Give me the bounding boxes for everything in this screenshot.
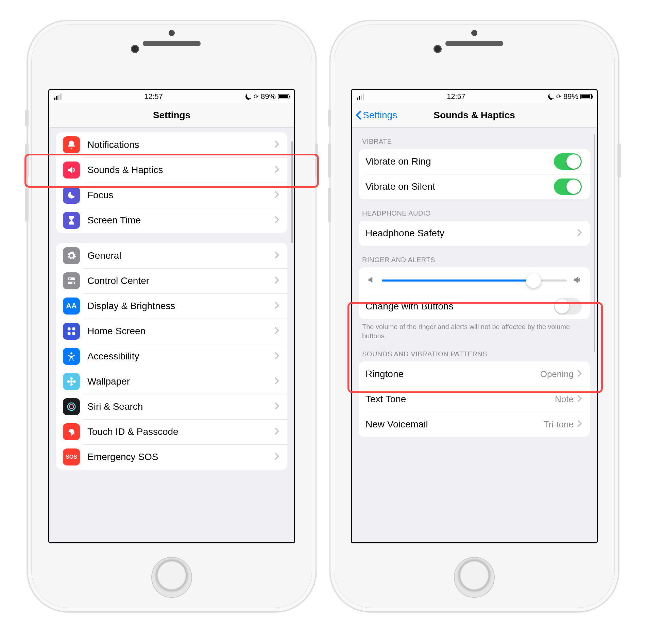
slider-fill (382, 279, 533, 282)
row-ringer-volume-slider[interactable] (359, 267, 590, 294)
svg-rect-6 (68, 332, 71, 335)
row-general[interactable]: General (56, 243, 287, 268)
row-text-tone[interactable]: Text Tone Note (359, 387, 590, 412)
svg-point-10 (70, 377, 73, 380)
volume-up-button[interactable] (328, 143, 331, 177)
status-time: 12:57 (447, 92, 465, 101)
toggle-vibrate-silent[interactable] (554, 179, 582, 195)
volume-slider[interactable] (382, 279, 567, 282)
row-wallpaper[interactable]: Wallpaper (56, 369, 287, 394)
chevron-right-icon (577, 369, 582, 379)
row-screen-time[interactable]: Screen Time (56, 208, 287, 233)
row-home-screen[interactable]: Home Screen (56, 319, 287, 344)
chevron-right-icon (274, 216, 279, 225)
power-button[interactable] (315, 143, 318, 177)
row-label: Emergency SOS (87, 452, 274, 462)
svg-point-13 (73, 380, 76, 383)
row-control-center[interactable]: Control Center (56, 268, 287, 293)
header-ringer-alerts: RINGER AND ALERTS (352, 246, 597, 267)
row-label: Sounds & Haptics (87, 165, 274, 175)
slider-thumb[interactable] (526, 273, 541, 288)
header-vibrate: VIBRATE (352, 128, 597, 149)
svg-point-8 (70, 352, 72, 354)
row-emergency-sos[interactable]: SOS Emergency SOS (56, 444, 287, 470)
chevron-right-icon (274, 190, 279, 200)
toggles-icon (63, 272, 80, 289)
aa-icon: AA (63, 298, 80, 315)
chevron-right-icon (274, 402, 279, 411)
group-vibrate: Vibrate on Ring Vibrate on Silent (359, 149, 590, 199)
do-not-disturb-icon (547, 92, 555, 100)
home-button[interactable] (454, 557, 495, 598)
back-button[interactable]: Settings (355, 110, 397, 121)
group-headphone: Headphone Safety (359, 221, 590, 246)
row-accessibility[interactable]: Accessibility (56, 344, 287, 369)
scrollbar[interactable] (594, 134, 595, 352)
screen-right: 12:57 ⟳ 89% Settings Sounds & Haptics VI… (351, 89, 598, 543)
row-notifications[interactable]: Notifications (56, 132, 287, 157)
row-ringtone[interactable]: Ringtone Opening (359, 361, 590, 387)
volume-high-icon (572, 275, 582, 286)
svg-point-11 (70, 383, 73, 386)
mute-switch[interactable] (25, 109, 29, 126)
chevron-right-icon (274, 251, 279, 260)
sounds-settings-list[interactable]: VIBRATE Vibrate on Ring Vibrate on Silen… (352, 128, 597, 542)
row-display-brightness[interactable]: AA Display & Brightness (56, 293, 287, 319)
row-label: Control Center (87, 275, 274, 286)
chevron-right-icon (274, 140, 279, 150)
battery-icon (580, 94, 592, 99)
row-vibrate-on-silent[interactable]: Vibrate on Silent (359, 174, 590, 199)
volume-down-button[interactable] (25, 188, 29, 222)
row-label: Change with Buttons (366, 301, 554, 312)
moon-icon (63, 187, 80, 204)
row-sounds-haptics[interactable]: Sounds & Haptics (56, 157, 287, 183)
home-button[interactable] (151, 557, 192, 598)
row-focus[interactable]: Focus (56, 183, 287, 208)
status-bar: 12:57 ⟳ 89% (352, 90, 597, 103)
grid-icon (63, 323, 80, 340)
settings-list[interactable]: Notifications Sounds & Haptics Focus (49, 128, 294, 542)
row-headphone-safety[interactable]: Headphone Safety (359, 221, 590, 246)
row-value: Tri-tone (543, 419, 574, 430)
row-label: Notifications (87, 139, 274, 150)
volume-down-button[interactable] (328, 188, 331, 222)
row-label: Vibrate on Silent (366, 181, 554, 192)
hourglass-icon (63, 212, 80, 229)
phone-left: 12:57 ⟳ 89% Settings Notifications (27, 20, 316, 612)
row-label: Headphone Safety (366, 228, 577, 239)
chevron-right-icon (274, 352, 279, 361)
toggle-change-with-buttons[interactable] (554, 298, 582, 315)
nav-bar: Settings Sounds & Haptics (352, 103, 597, 128)
header-headphone-audio: HEADPHONE AUDIO (352, 199, 597, 221)
row-touchid-passcode[interactable]: Touch ID & Passcode (56, 419, 287, 444)
settings-group-2: General Control Center AA Display & Brig… (56, 243, 287, 470)
row-label: Siri & Search (87, 401, 274, 412)
volume-up-button[interactable] (25, 143, 29, 177)
battery-icon (278, 94, 289, 99)
row-vibrate-on-ring[interactable]: Vibrate on Ring (359, 149, 590, 174)
person-icon (63, 348, 80, 365)
row-new-voicemail[interactable]: New Voicemail Tri-tone (359, 412, 590, 437)
page-title: Sounds & Haptics (434, 110, 515, 121)
svg-point-15 (69, 405, 74, 409)
chevron-right-icon (274, 326, 279, 336)
svg-point-2 (69, 278, 71, 280)
chevron-right-icon (577, 394, 582, 404)
row-change-with-buttons[interactable]: Change with Buttons (359, 294, 590, 319)
scrollbar[interactable] (291, 141, 293, 243)
siri-icon (63, 398, 80, 415)
toggle-vibrate-ring[interactable] (554, 153, 582, 170)
chevron-right-icon (274, 427, 279, 437)
group-ringer-alerts: Change with Buttons (359, 267, 590, 319)
row-siri-search[interactable]: Siri & Search (56, 394, 287, 419)
battery-percent: 89% (261, 92, 276, 101)
svg-point-14 (68, 403, 75, 411)
svg-point-3 (72, 282, 74, 284)
status-time: 12:57 (144, 92, 163, 101)
power-button[interactable] (617, 143, 621, 177)
chevron-right-icon (274, 301, 279, 311)
mute-switch[interactable] (328, 109, 331, 126)
chevron-right-icon (577, 228, 582, 238)
row-label: Screen Time (87, 215, 274, 226)
svg-rect-4 (68, 327, 71, 331)
